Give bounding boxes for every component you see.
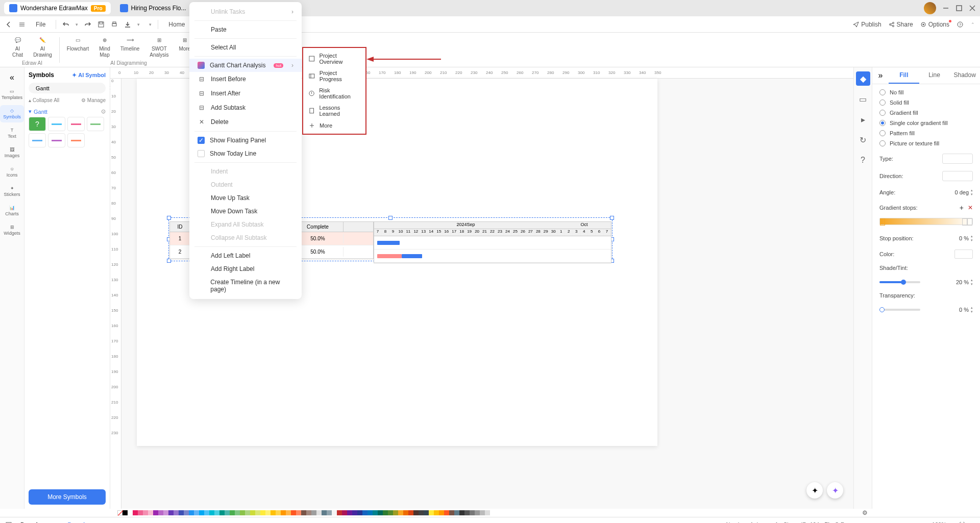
color-chip[interactable]: [281, 510, 286, 515]
close-icon[interactable]: [969, 5, 976, 12]
focus-button[interactable]: ⊙Focus: [835, 521, 856, 523]
ai-symbol-link[interactable]: ✦ AI Symbol: [72, 72, 106, 79]
color-chip[interactable]: [393, 510, 398, 515]
color-chip[interactable]: [347, 510, 352, 515]
show-today-item[interactable]: Show Today Line: [189, 147, 302, 160]
color-chip[interactable]: [424, 510, 429, 515]
add-right-label-item[interactable]: Add Right Label: [189, 262, 302, 276]
options-button[interactable]: Options: [920, 21, 949, 28]
color-chip[interactable]: [485, 510, 490, 515]
redo-icon[interactable]: [84, 21, 91, 28]
present-rail-icon[interactable]: ▸: [856, 112, 870, 127]
history-rail-icon[interactable]: ↻: [856, 133, 870, 147]
color-chip[interactable]: [454, 510, 459, 515]
color-chip[interactable]: [439, 510, 444, 515]
swot-button[interactable]: ⊞SWOT Analysis: [144, 34, 174, 59]
maximize-icon[interactable]: [955, 5, 963, 12]
stop-stepper[interactable]: ▴▾: [971, 234, 973, 242]
gradient-editor[interactable]: [879, 218, 973, 225]
color-chip[interactable]: [225, 510, 230, 515]
text-rail[interactable]: TText: [0, 124, 24, 142]
paste-item[interactable]: Paste: [189, 23, 302, 36]
help-rail-icon[interactable]: ?: [856, 153, 870, 167]
move-up-item[interactable]: Move Up Task: [189, 191, 302, 205]
theme-button[interactable]: ✦: [806, 482, 823, 499]
shadow-tab[interactable]: Shadow: [949, 67, 980, 84]
color-chip[interactable]: [322, 510, 327, 515]
symbol-thumb[interactable]: ?: [29, 117, 46, 131]
search-box[interactable]: ✕: [29, 83, 106, 93]
publish-button[interactable]: Publish: [853, 21, 881, 28]
color-chip[interactable]: [383, 510, 388, 515]
color-chip[interactable]: [373, 510, 378, 515]
project-overview-item[interactable]: Project Overview: [303, 50, 365, 67]
risk-identification-item[interactable]: Risk Identification: [303, 85, 365, 102]
color-chip[interactable]: [352, 510, 357, 515]
add-page-button[interactable]: +: [53, 521, 56, 524]
color-settings-icon[interactable]: ⚙: [862, 509, 868, 516]
shade-stepper[interactable]: ▴▾: [971, 278, 973, 286]
color-chip[interactable]: [184, 510, 189, 515]
color-chip[interactable]: [470, 510, 475, 515]
color-chip[interactable]: [286, 510, 291, 515]
add-subtask-item[interactable]: ⊟Add Subtask: [189, 101, 302, 115]
symbol-thumb[interactable]: [29, 133, 46, 147]
color-chip[interactable]: [475, 510, 480, 515]
color-chip[interactable]: [464, 510, 470, 515]
user-avatar[interactable]: [924, 2, 936, 14]
layers-icon[interactable]: ◧: [824, 521, 829, 523]
color-swatch[interactable]: [954, 250, 973, 259]
templates-rail[interactable]: ▭Templates: [0, 86, 24, 103]
gradient-fill-radio[interactable]: Gradient fill: [879, 110, 973, 116]
gantt-bar[interactable]: [377, 241, 400, 245]
help-icon[interactable]: ?: [957, 21, 964, 28]
color-chip[interactable]: [235, 510, 240, 515]
color-chip[interactable]: [214, 510, 219, 515]
zoom-out-icon[interactable]: −: [869, 521, 872, 524]
color-chip[interactable]: [378, 510, 383, 515]
color-chip[interactable]: [219, 510, 225, 515]
color-chip[interactable]: [148, 510, 153, 515]
remove-stop-icon[interactable]: ✕: [968, 204, 973, 211]
show-floating-item[interactable]: ✓Show Floating Panel: [189, 134, 302, 147]
symbol-thumb[interactable]: [67, 117, 85, 131]
widgets-rail[interactable]: ⊞Widgets: [0, 221, 24, 239]
color-chip[interactable]: [230, 510, 235, 515]
app-tab[interactable]: Wondershare EdrawMax Pro: [4, 2, 111, 14]
stickers-rail[interactable]: ✦Stickers: [0, 183, 24, 200]
create-timeline-item[interactable]: Create Timeline (in a new page): [189, 276, 302, 296]
color-chip[interactable]: [209, 510, 214, 515]
export-icon[interactable]: [124, 21, 131, 28]
select-all-item[interactable]: Select All: [189, 41, 302, 54]
color-chip[interactable]: [434, 510, 439, 515]
color-chip[interactable]: [388, 510, 393, 515]
color-chip[interactable]: [403, 510, 408, 515]
delete-item[interactable]: ✕Delete: [189, 115, 302, 129]
color-chip[interactable]: [240, 510, 245, 515]
shade-slider[interactable]: [879, 281, 920, 283]
mindmap-button[interactable]: ⊕Mind Map: [94, 34, 115, 59]
picture-fill-radio[interactable]: Picture or texture fill: [879, 140, 973, 146]
manage-button[interactable]: ⚙ Manage: [81, 97, 106, 103]
charts-rail[interactable]: 📊Charts: [0, 202, 24, 219]
color-chip[interactable]: [316, 510, 322, 515]
color-chip[interactable]: [413, 510, 419, 515]
color-chip[interactable]: [255, 510, 260, 515]
color-chip[interactable]: [128, 510, 133, 515]
symbol-thumb[interactable]: [48, 133, 65, 147]
move-down-item[interactable]: Move Down Task: [189, 205, 302, 218]
more-symbols-button[interactable]: More Symbols: [29, 489, 106, 505]
no-color-chip[interactable]: [117, 510, 122, 515]
style-rail-icon[interactable]: ◆: [856, 71, 870, 86]
color-chip[interactable]: [296, 510, 301, 515]
pattern-fill-radio[interactable]: Pattern fill: [879, 130, 973, 136]
symbol-thumb[interactable]: [67, 133, 85, 147]
page-rail-icon[interactable]: ▭: [856, 92, 870, 106]
color-chip[interactable]: [174, 510, 179, 515]
print-icon[interactable]: [111, 21, 118, 28]
color-chip[interactable]: [168, 510, 174, 515]
color-chip[interactable]: [260, 510, 265, 515]
gantt-bar[interactable]: [402, 254, 422, 258]
transparency-slider[interactable]: [879, 309, 920, 311]
fill-tab[interactable]: Fill: [889, 67, 919, 84]
